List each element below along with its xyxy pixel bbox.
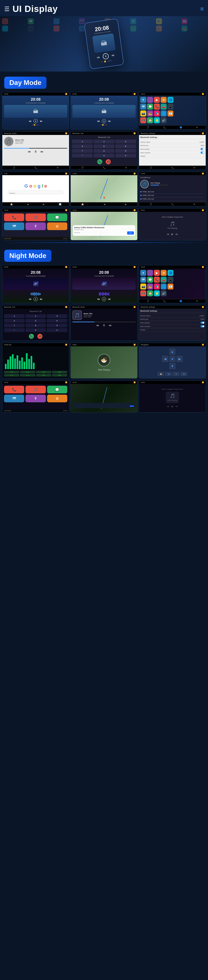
google-nav-4[interactable]: 🔄 (59, 203, 61, 205)
cp-play-icon[interactable]: ▶ (172, 233, 173, 235)
night-app-waze[interactable]: 🗺 (140, 277, 146, 283)
menu-icon[interactable]: ☰ (4, 6, 9, 13)
hero-prev-icon[interactable]: ⏮ (97, 55, 100, 59)
cp-shuffle-icon[interactable]: ⏮ (167, 233, 169, 235)
night-app-extra8[interactable]: 🔊 (161, 290, 167, 296)
social-track-3[interactable]: 华语歌_综合.mp3 (140, 197, 204, 201)
google-search-bar[interactable] (8, 191, 64, 194)
night-numpad-3[interactable]: 3 (47, 314, 67, 318)
nav-bt-icon[interactable]: 🔵 (180, 126, 182, 129)
bt-auto-answer-toggle[interactable] (200, 148, 204, 150)
night-app-phone[interactable]: 📞 (154, 277, 160, 283)
night-app-extra5[interactable]: 🎮 (140, 290, 146, 296)
night-nav-settings[interactable]: ⚙ (196, 300, 198, 302)
bt-call-nav-3[interactable]: ⚙ (125, 167, 127, 169)
eq-preset-7[interactable]: CUST (36, 374, 51, 377)
bt-auto-connect-toggle[interactable] (200, 151, 204, 154)
numpad-1[interactable]: 1 (72, 140, 93, 143)
app-extra5[interactable]: 🎮 (140, 117, 146, 123)
google-nav-1[interactable]: 🏠 (10, 203, 13, 205)
bt-nav-icon-2[interactable]: 📞 (35, 167, 37, 169)
cp-skip-icon[interactable]: ⏭ (175, 233, 178, 235)
numpad-star[interactable]: * (72, 154, 93, 158)
ctrl-power[interactable]: ⏻ (180, 372, 187, 376)
night-numpad-2[interactable]: 2 (25, 314, 46, 318)
app-phone[interactable]: 📞 (154, 103, 160, 110)
night-cp-messages[interactable]: 💬 (47, 386, 67, 393)
cp-messages-icon[interactable]: 💬 (47, 213, 67, 221)
arrow-up[interactable]: ▲ (169, 348, 175, 355)
numpad-3[interactable]: 3 (115, 140, 136, 143)
eq-preset-4[interactable]: BASS (52, 371, 67, 373)
night-numpad-8[interactable]: 8 (25, 323, 46, 328)
night-next-btn-1[interactable]: ⏭ (40, 298, 43, 301)
app-carplay[interactable]: 🚗 (161, 103, 167, 110)
arrow-down[interactable]: ▼ (169, 363, 175, 369)
bt-play-btn[interactable]: ⏸ (34, 150, 37, 153)
night-numpad-5[interactable]: 5 (25, 319, 46, 323)
arrow-center[interactable]: ● (169, 356, 175, 362)
map-nav-2[interactable]: ◀ (104, 203, 105, 205)
night-bt-next[interactable]: ⏭ (109, 323, 112, 327)
night-app-bt[interactable]: 🔵 (167, 270, 173, 276)
night-app-youtube[interactable]: ▶ (154, 270, 160, 276)
night-bt-play[interactable]: ⏸ (102, 323, 106, 327)
numpad-6[interactable]: 6 (115, 144, 136, 148)
social-track-1[interactable]: 华语歌_综合.mp3 (140, 190, 204, 194)
night-app-extra1[interactable]: 📱 (167, 277, 173, 283)
eq-preset-6[interactable]: CLAS (20, 374, 35, 377)
ctrl-back[interactable]: ◀ (165, 372, 172, 376)
night-call-accept[interactable]: 📞 (29, 334, 34, 339)
night-numpad-9[interactable]: 9 (47, 323, 67, 328)
cp-maps-icon[interactable]: 🗺 (4, 223, 24, 230)
night-play-btn-2[interactable]: ⏸ (102, 297, 106, 301)
app-extra4[interactable]: 📧 (167, 110, 173, 116)
hamburger-icon[interactable]: ≡ (200, 6, 204, 12)
night-cp-play[interactable]: ▶ (172, 405, 173, 408)
eq-preset-3[interactable]: JAZZ (36, 371, 51, 373)
prev-btn-1[interactable]: ⏮ (29, 119, 32, 123)
night-app-settings[interactable]: ⚙ (161, 270, 167, 276)
play-btn-2[interactable]: ⏸ (102, 119, 106, 123)
numpad-9[interactable]: 9 (115, 149, 136, 153)
eq-preset-5[interactable]: FLAT (4, 374, 19, 377)
numpad-2[interactable]: 2 (94, 140, 114, 143)
numpad-8[interactable]: 8 (94, 149, 114, 153)
bt-call-nav-1[interactable]: 🎵 (81, 167, 84, 169)
night-numpad-hash[interactable]: # (47, 328, 67, 332)
ctrl-home[interactable]: 🏠 (158, 372, 164, 376)
bt-prev-btn[interactable]: ⏮ (28, 150, 31, 153)
night-cp-maps[interactable]: 🗺 (4, 395, 24, 402)
night-app-extra3[interactable]: 🌐 (161, 283, 167, 290)
call-accept-btn[interactable]: 📞 (97, 159, 102, 164)
night-numpad-6[interactable]: 6 (47, 319, 67, 323)
night-cp-settings[interactable]: ⚙ (47, 395, 67, 402)
bt-settings-nav-1[interactable]: 🎵 (150, 167, 152, 169)
hero-next-icon[interactable]: ⏭ (112, 53, 115, 57)
next-btn-2[interactable]: ⏭ (108, 119, 111, 123)
night-app-extra6[interactable]: 🏠 (147, 290, 153, 296)
night-app-extra4[interactable]: 📧 (167, 283, 173, 290)
bt-nav-icon-3[interactable]: ⚙ (57, 167, 58, 169)
app-waze[interactable]: 🗺 (140, 103, 146, 110)
cp-settings-icon[interactable]: ⚙ (47, 223, 67, 230)
numpad-5[interactable]: 5 (94, 144, 114, 148)
nav-phone-icon[interactable]: 📞 (163, 126, 166, 129)
app-music[interactable]: 🎵 (147, 97, 153, 103)
app-whatsapp[interactable]: 💬 (147, 103, 153, 110)
night-cp-phone[interactable]: 📞 (4, 386, 24, 393)
night-numpad-7[interactable]: 7 (4, 323, 25, 328)
google-nav-2[interactable]: ◀ (27, 203, 28, 205)
night-nav-phone[interactable]: 📞 (163, 300, 166, 302)
night-app-music[interactable]: 🎵 (147, 270, 153, 276)
bt-nav-icon-1[interactable]: 🎵 (13, 167, 15, 169)
night-bt-prev[interactable]: ⏮ (96, 323, 99, 327)
app-extra3[interactable]: 🌐 (161, 110, 167, 116)
bt-next-btn[interactable]: ⏭ (41, 150, 44, 153)
map-nav-1[interactable]: 🏠 (81, 203, 84, 205)
numpad-7[interactable]: 7 (72, 149, 93, 153)
night-auto-answer-toggle[interactable] (200, 321, 204, 324)
night-nav-music[interactable]: 🎵 (147, 300, 149, 302)
night-call-end[interactable]: 📵 (37, 334, 43, 339)
night-next-btn-2[interactable]: ⏭ (108, 298, 111, 301)
